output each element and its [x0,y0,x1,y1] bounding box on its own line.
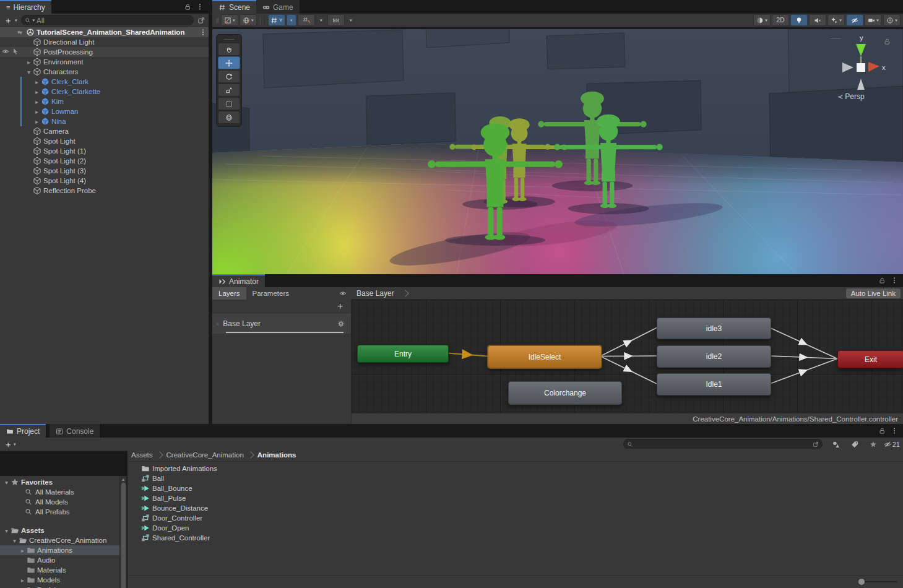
snap-increment-button[interactable] [327,14,345,26]
create-asset-caret[interactable]: ▾ [14,442,16,446]
layer-eye-icon[interactable] [339,290,347,297]
expander-icon[interactable] [33,89,41,95]
lock-icon[interactable] [878,277,886,284]
tree-scrollbar[interactable]: ▲ ▼ [119,476,126,588]
layer-gear-icon[interactable] [337,320,345,327]
state-node-entry[interactable]: Entry [357,345,449,363]
save-search-icon[interactable] [813,441,819,447]
tool-handle-position-button[interactable]: ▾ [221,14,238,26]
expander-icon[interactable] [19,547,27,554]
project-tree-item[interactable] [0,517,120,525]
asset-item[interactable]: Ball [127,473,903,483]
state-node-colorchange[interactable]: Colorchange [508,381,622,405]
kebab-menu-icon[interactable] [891,427,898,435]
hierarchy-item[interactable]: Nina [0,116,209,126]
kebab-menu-icon[interactable] [196,3,204,11]
add-layer-button[interactable]: ＋ [335,300,345,312]
tab-hierarchy[interactable]: ≡ Hierarchy [0,0,51,14]
asset-item[interactable]: Ball_Pulse [127,493,903,503]
shading-mode-button[interactable]: ▾ [753,14,771,26]
hierarchy-item[interactable]: PostProcessing [0,47,209,57]
breadcrumb-folder[interactable]: CreativeCore_Animation [166,451,244,459]
project-tree-item[interactable]: Animations [0,545,120,555]
tool-rotate-button[interactable] [218,70,240,83]
state-node-idle3[interactable]: idle3 [657,318,771,339]
grid-visibility-button[interactable]: Y [268,14,285,26]
hierarchy-item[interactable]: Spot Light (3) [0,166,209,176]
scene-visibility-button[interactable] [846,14,863,26]
breadcrumb-current[interactable]: Animations [257,451,296,459]
kebab-menu-icon[interactable] [891,277,898,284]
hierarchy-item[interactable]: Environment [0,57,209,67]
expander-icon[interactable] [25,59,33,66]
hierarchy-item[interactable]: Spot Light (4) [0,176,209,186]
expander-icon[interactable]: ▾ [17,29,20,35]
project-tree-item[interactable]: Assets [0,525,120,535]
tool-move-button[interactable] [218,56,240,69]
hierarchy-item[interactable]: Spot Light (2) [0,156,209,166]
scene-lighting-button[interactable] [790,14,808,26]
tool-scale-button[interactable] [218,84,240,97]
expander-icon[interactable] [2,479,11,486]
asset-item[interactable]: Door_Open [127,523,903,533]
tab-scene[interactable]: Scene [212,0,256,14]
project-tree-item[interactable]: CreativeCore_Animation [0,535,120,545]
expander-icon[interactable] [11,537,19,544]
hierarchy-item[interactable]: Lowman [0,106,209,116]
picking-cursor-icon[interactable] [12,48,19,55]
hierarchy-root-item[interactable]: ▾ TutorialScene_Animation_SharedAnimatio… [0,27,209,37]
state-node-idle2[interactable]: idle2 [657,345,771,368]
scrollbar-thumb[interactable] [121,483,126,588]
parameters-tab[interactable]: Parameters [246,287,295,300]
asset-item[interactable]: Shared_Controller [127,533,903,543]
state-node-exit[interactable]: Exit [837,350,903,368]
2d-toggle-button[interactable]: 2D [772,14,789,26]
project-tree-item[interactable]: Prefabs [0,585,120,588]
tool-handle-rotation-button[interactable]: ▾ [240,14,257,26]
asset-item[interactable]: Bounce_Distance [127,503,903,513]
effects-button[interactable]: ▾ [827,14,845,26]
tab-game[interactable]: Game [256,0,300,14]
tab-console[interactable]: Console [50,424,100,438]
state-node-idle1[interactable]: Idle1 [657,373,771,396]
graph-breadcrumb[interactable]: Base Layer [356,289,394,298]
expander-icon[interactable] [25,69,33,76]
grid-visibility-caret[interactable]: ▾ [287,14,296,26]
project-tree-item[interactable]: Favorites [0,477,120,487]
project-tree-item[interactable]: Materials [0,565,120,575]
lock-icon[interactable] [184,3,191,11]
hierarchy-item[interactable]: Camera [0,126,209,136]
tool-transform-button[interactable] [218,111,240,124]
projection-toggle[interactable]: ≺ Persp [837,92,865,101]
hierarchy-search-input[interactable]: ▾ All [21,15,194,25]
expander-icon[interactable] [33,98,41,105]
project-search-input[interactable] [623,439,823,449]
expander-icon[interactable] [33,79,41,85]
hierarchy-item[interactable]: Spot Light (1) [0,146,209,156]
asset-item[interactable]: Imported Animations [127,464,903,473]
snap-increment-caret[interactable]: ▾ [346,14,356,26]
project-tree-item[interactable]: Audio [0,555,120,565]
grid-snapping-caret[interactable]: ▾ [316,14,326,26]
asset-item[interactable]: Door_Controller [127,513,903,523]
toolbar-grip[interactable]: ‖ [216,17,220,24]
hierarchy-item[interactable]: Kim [0,97,209,106]
popout-icon[interactable] [197,17,205,24]
scene-viewport[interactable]: —— —— [212,29,903,274]
hierarchy-item[interactable]: Reflection Probe [0,186,209,196]
hierarchy-item[interactable]: Characters [0,67,209,77]
palette-grip[interactable]: —— [217,36,241,42]
icon-size-slider[interactable] [858,579,897,585]
project-tree-item[interactable]: Models [0,575,120,585]
project-tree-item[interactable]: All Materials [0,487,120,497]
expander-icon[interactable] [2,527,11,534]
scene-audio-button[interactable] [809,14,826,26]
kebab-menu-icon[interactable] [199,28,207,36]
grid-snapping-button[interactable] [298,14,315,26]
expander-icon[interactable] [33,118,41,125]
auto-live-link-button[interactable]: Auto Live Link [846,288,901,298]
gizmo-grip[interactable]: —— [830,35,840,41]
hierarchy-item[interactable]: Directional Light [0,37,209,47]
gizmo-lock-icon[interactable] [883,38,891,45]
drag-handle-icon[interactable]: = [216,321,219,327]
